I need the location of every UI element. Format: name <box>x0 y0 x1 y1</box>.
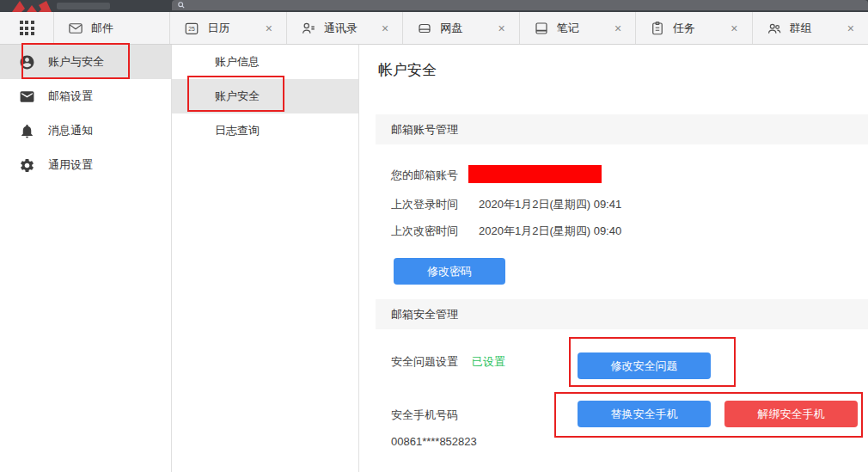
modify-security-question-button[interactable]: 修改安全问题 <box>578 352 711 379</box>
replace-security-phone-button[interactable]: 替换安全手机 <box>578 401 711 427</box>
contacts-icon <box>301 21 316 36</box>
tab-label: 笔记 <box>557 21 611 36</box>
mail-icon <box>19 89 35 105</box>
sidebar-item-account-security[interactable]: 账户与安全 <box>0 45 171 79</box>
page-title: 帐户安全 <box>378 60 437 80</box>
sidebar-item-label: 通用设置 <box>48 157 93 173</box>
gear-icon <box>19 157 35 174</box>
grid-icon <box>20 21 34 35</box>
account-circle-icon <box>19 54 35 70</box>
close-icon[interactable]: × <box>262 21 276 36</box>
last-password-change-value: 2020年1月2日(星期四) 09:40 <box>479 224 621 239</box>
settings-sidebar: 账户与安全 邮箱设置 消息通知 通用设置 <box>0 45 172 472</box>
drive-icon <box>417 21 432 36</box>
brand-name-text <box>57 3 110 9</box>
calendar-icon: 25 <box>184 21 199 36</box>
brand-logo <box>12 0 52 12</box>
calendar-badge: 25 <box>189 26 196 32</box>
top-window-bar <box>0 0 868 12</box>
tab-notes[interactable]: 笔记 × <box>519 12 635 44</box>
sidebar-item-label: 消息通知 <box>48 123 93 138</box>
close-icon[interactable]: × <box>727 21 741 36</box>
bell-icon <box>19 123 35 139</box>
subnav-item-account-info[interactable]: 账户信息 <box>172 45 358 79</box>
redacted-email-address <box>468 165 602 183</box>
tab-label: 通讯录 <box>324 21 378 36</box>
tasks-icon <box>650 21 665 36</box>
tab-label: 群组 <box>790 21 844 36</box>
notes-icon <box>534 21 549 36</box>
close-icon[interactable]: × <box>844 21 858 36</box>
close-icon[interactable]: × <box>495 21 509 36</box>
security-phone-label: 安全手机号码 <box>391 408 458 423</box>
tab-contacts[interactable]: 通讯录 × <box>286 12 402 44</box>
tab-groups[interactable]: 群组 × <box>752 12 868 44</box>
security-question-status: 已设置 <box>472 354 505 370</box>
groups-icon <box>767 21 782 36</box>
sidebar-item-label: 邮箱设置 <box>48 89 93 104</box>
unbind-security-phone-button[interactable]: 解绑安全手机 <box>724 401 858 427</box>
main-content: 帐户安全 邮箱账号管理 您的邮箱账号 上次登录时间 2020年1月2日(星期四)… <box>360 45 868 472</box>
last-password-change-label: 上次改密时间 <box>391 224 458 239</box>
security-question-label: 安全问题设置 <box>391 354 458 370</box>
close-icon[interactable]: × <box>611 21 625 36</box>
subnav-item-log-query[interactable]: 日志查询 <box>172 113 358 148</box>
section-header-security-management: 邮箱安全管理 <box>376 299 868 329</box>
search-icon <box>178 2 185 9</box>
sidebar-item-mailbox-settings[interactable]: 邮箱设置 <box>0 79 171 113</box>
last-login-value: 2020年1月2日(星期四) 09:41 <box>479 197 621 212</box>
sidebar-item-notifications[interactable]: 消息通知 <box>0 113 171 148</box>
tab-label: 网盘 <box>440 21 494 36</box>
subnav-item-account-security[interactable]: 账户安全 <box>172 79 358 113</box>
tab-label: 日历 <box>207 21 261 36</box>
search-input[interactable] <box>172 0 868 10</box>
email-account-label: 您的邮箱账号 <box>391 168 458 183</box>
change-password-button[interactable]: 修改密码 <box>394 258 505 285</box>
mail-icon <box>68 21 83 36</box>
section-header-account-management: 邮箱账号管理 <box>376 114 868 144</box>
security-phone-value: 00861****852823 <box>391 435 477 448</box>
tab-label: 邮件 <box>91 21 159 36</box>
tab-calendar[interactable]: 25 日历 × <box>169 12 285 44</box>
account-subnav: 账户信息 账户安全 日志查询 <box>172 45 359 472</box>
last-login-label: 上次登录时间 <box>391 197 458 212</box>
tab-tasks[interactable]: 任务 × <box>635 12 751 44</box>
app-grid-button[interactable] <box>0 12 53 44</box>
sidebar-item-label: 账户与安全 <box>48 54 104 70</box>
tab-drive[interactable]: 网盘 × <box>402 12 518 44</box>
app-tab-bar: 邮件 25 日历 × 通讯录 × 网盘 × 笔记 × 任务 × <box>0 12 868 45</box>
tab-mail[interactable]: 邮件 <box>53 12 169 44</box>
sidebar-item-general-settings[interactable]: 通用设置 <box>0 148 171 182</box>
close-icon[interactable]: × <box>378 21 392 36</box>
tab-label: 任务 <box>673 21 727 36</box>
